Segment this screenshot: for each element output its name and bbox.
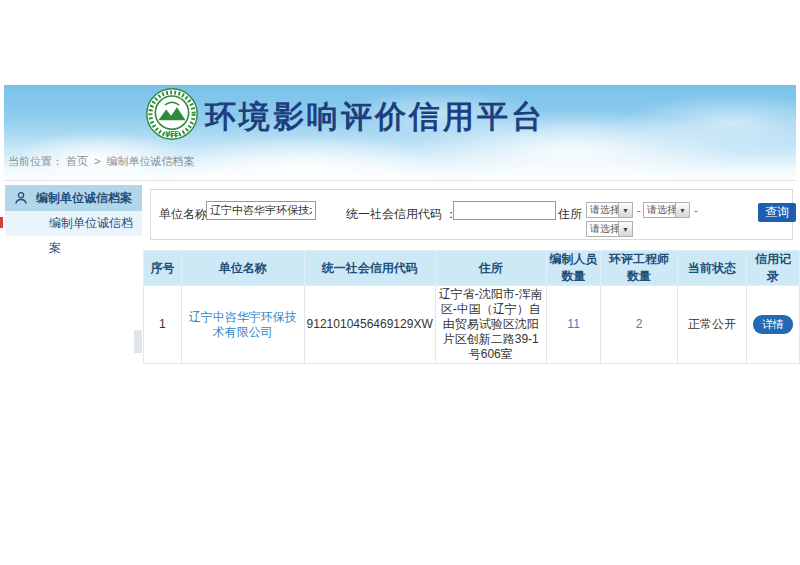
address-district-select[interactable]: 请选择 ▼ xyxy=(586,221,633,237)
mee-logo-icon: MEE xyxy=(145,87,199,141)
active-item-marker xyxy=(0,217,3,228)
credit-code-input[interactable] xyxy=(453,201,556,220)
col-address: 住所 xyxy=(435,251,546,286)
col-engineer-count: 环评工程师数量 xyxy=(601,251,677,286)
col-unit-name: 单位名称 xyxy=(181,251,304,286)
row-index: 1 xyxy=(144,286,182,364)
table-header-row: 序号 单位名称 统一社会信用代码 住所 编制人员数量 环评工程师数量 当前状态 … xyxy=(144,251,800,286)
sidebar-section-header[interactable]: 编制单位诚信档案 xyxy=(5,185,142,211)
sidebar-scrollbar[interactable] xyxy=(134,330,142,353)
svg-text:MEE: MEE xyxy=(165,130,179,137)
row-status: 正常公开 xyxy=(677,286,746,364)
col-credit-record: 信用记录 xyxy=(747,251,800,286)
address-province-select[interactable]: 请选择 ▼ xyxy=(586,202,633,218)
chevron-down-icon[interactable]: ▼ xyxy=(675,203,689,217)
row-credit-code: 9121010456469129XW xyxy=(304,286,435,364)
detail-button[interactable]: 详情 xyxy=(753,315,793,334)
breadcrumb-home-link[interactable]: 首页 xyxy=(66,155,88,167)
breadcrumb-prefix: 当前位置： xyxy=(8,155,63,167)
city-select-value: 请选择 xyxy=(644,203,675,217)
sidebar-section-label: 编制单位诚信档案 xyxy=(36,190,132,207)
results-table: 序号 单位名称 统一社会信用代码 住所 编制人员数量 环评工程师数量 当前状态 … xyxy=(143,250,800,364)
district-select-value: 请选择 xyxy=(587,222,618,236)
col-index: 序号 xyxy=(144,251,182,286)
page-title: 环境影响评价信用平台 xyxy=(205,96,545,138)
address-city-select[interactable]: 请选择 ▼ xyxy=(643,202,690,218)
header-divider xyxy=(4,180,796,181)
chevron-down-icon[interactable]: ▼ xyxy=(618,222,632,236)
sidebar-item-archives[interactable]: 编制单位诚信档案 xyxy=(5,211,142,236)
company-name-link[interactable]: 辽宁中咨华宇环保技术有限公司 xyxy=(189,310,297,339)
breadcrumb-current: 编制单位诚信档案 xyxy=(107,155,195,167)
col-credit-code: 统一社会信用代码 xyxy=(304,251,435,286)
col-staff-count: 编制人员数量 xyxy=(546,251,601,286)
address-dash-1: - xyxy=(637,204,641,216)
credit-code-label: 统一社会信用代码 ： xyxy=(346,206,457,223)
staff-count-link[interactable]: 11 xyxy=(567,317,579,331)
engineer-count-link[interactable]: 2 xyxy=(636,317,643,331)
chevron-down-icon[interactable]: ▼ xyxy=(618,203,632,217)
breadcrumb-separator: > xyxy=(94,155,100,167)
address-dash-2: - xyxy=(694,204,698,216)
row-address: 辽宁省-沈阳市-浑南区-中国（辽宁）自由贸易试验区沈阳片区创新二路39-1号60… xyxy=(435,286,546,364)
user-icon xyxy=(14,191,28,205)
sidebar: 编制单位诚信档案 编制单位诚信档案 xyxy=(5,185,142,353)
search-panel: 单位名称 ： 统一社会信用代码 ： 住所 ： 请选择 ▼ - 请选择 ▼ - 请… xyxy=(150,189,793,240)
table-row: 1 辽宁中咨华宇环保技术有限公司 9121010456469129XW 辽宁省-… xyxy=(144,286,800,364)
col-status: 当前状态 xyxy=(677,251,746,286)
unit-name-input[interactable] xyxy=(206,201,316,220)
province-select-value: 请选择 xyxy=(587,203,618,217)
breadcrumb: 当前位置：首页 > 编制单位诚信档案 xyxy=(8,154,198,169)
query-button[interactable]: 查询 xyxy=(758,203,796,222)
